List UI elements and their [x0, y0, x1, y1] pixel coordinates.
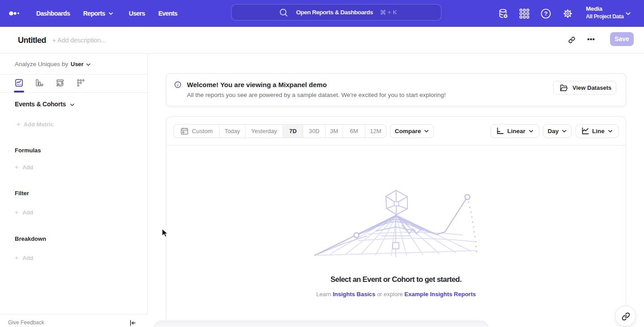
svg-text:?: ? — [544, 10, 548, 17]
svg-text:i: i — [177, 83, 178, 87]
